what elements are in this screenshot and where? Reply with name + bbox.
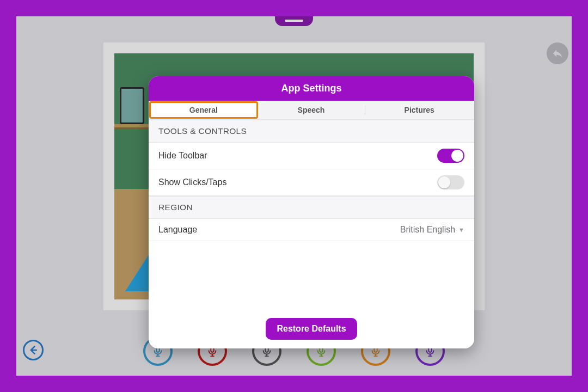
section-region: REGION <box>149 196 474 219</box>
drag-handle[interactable] <box>275 16 313 26</box>
back-button[interactable] <box>23 340 44 360</box>
row-show-clicks: Show Clicks/Taps <box>149 169 474 196</box>
row-language: Language British English ▼ <box>149 219 474 241</box>
tab-pictures[interactable]: Pictures <box>365 102 473 118</box>
settings-panel: App Settings General Speech Pictures TOO… <box>149 76 474 348</box>
restore-defaults-button[interactable]: Restore Defaults <box>266 318 357 340</box>
share-button[interactable] <box>547 42 568 64</box>
panel-body: TOOLS & CONTROLS Hide Toolbar Show Click… <box>149 120 474 313</box>
language-select[interactable]: British English ▼ <box>400 225 464 235</box>
reply-arrow-icon <box>552 47 564 59</box>
row-label: Language <box>158 225 197 235</box>
arrow-left-icon <box>28 345 39 356</box>
tab-general[interactable]: General <box>150 102 258 118</box>
panel-title: App Settings <box>149 76 474 101</box>
section-tools-controls: TOOLS & CONTROLS <box>149 120 474 143</box>
language-value: British English <box>400 225 455 235</box>
row-hide-toolbar: Hide Toolbar <box>149 143 474 169</box>
chevron-down-icon: ▼ <box>458 226 464 233</box>
tab-bar: General Speech Pictures <box>149 101 474 120</box>
panel-footer: Restore Defaults <box>149 313 474 348</box>
tab-speech[interactable]: Speech <box>258 102 365 118</box>
toggle-show-clicks[interactable] <box>437 175 464 189</box>
row-label: Hide Toolbar <box>158 151 207 161</box>
toggle-hide-toolbar[interactable] <box>437 149 464 163</box>
row-label: Show Clicks/Taps <box>158 177 226 187</box>
